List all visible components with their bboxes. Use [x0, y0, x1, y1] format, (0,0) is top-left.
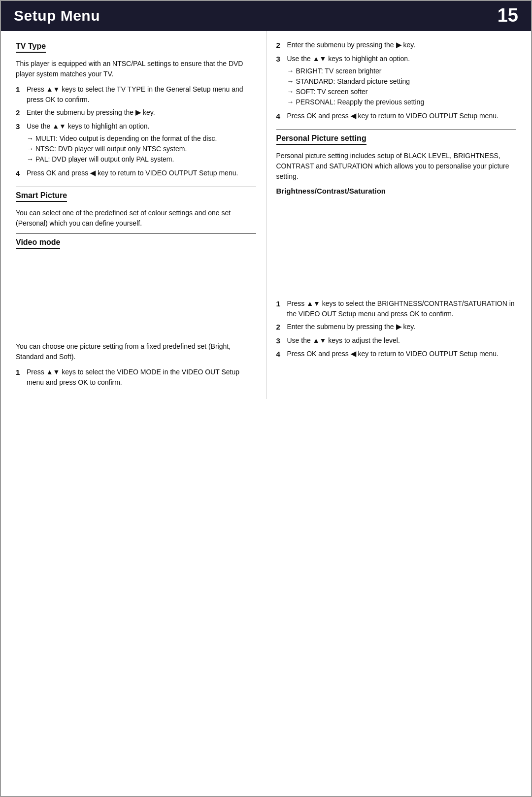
bullet-item: →SOFT: TV screen softer	[287, 87, 425, 97]
main-content: TV Type This player is equipped with an …	[0, 31, 532, 399]
page-title: Setup Menu	[14, 7, 100, 24]
brightness-subtitle-block: Brightness/Contrast/Saturation	[276, 187, 517, 195]
page: Setup Menu 15 TV Type This player is equ…	[0, 0, 532, 797]
video-mode-section: Video mode	[16, 238, 256, 253]
spacer2	[276, 195, 517, 299]
page-number: 15	[498, 5, 518, 26]
bullet-item: →STANDARD: Standard picture setting	[287, 76, 425, 87]
brightness-steps: 1 Press ▲▼ keys to select the BRIGHTNESS…	[276, 299, 517, 360]
video-mode-body: You can choose one picture setting from …	[16, 341, 256, 362]
step-item: 3 Use the ▲▼ keys to highlight an option…	[276, 54, 517, 108]
step-item: 1 Press ▲▼ keys to select the TV TYPE in…	[16, 84, 256, 105]
step-item: 4 Press OK and press ◀ key to return to …	[276, 349, 517, 360]
step-item: 2 Enter the submenu by pressing the ▶ ke…	[276, 322, 517, 333]
step-item: 3 Use the ▲▼ keys to highlight an option…	[16, 121, 256, 166]
left-column: TV Type This player is equipped with an …	[9, 31, 266, 399]
bullet-item: →PAL: DVD player will output only PAL sy…	[27, 154, 217, 165]
step-item: 2 Enter the submenu by pressing the ▶ ke…	[16, 107, 256, 119]
tv-type-title: TV Type	[16, 42, 46, 53]
bullet-item: →PERSONAL: Reapply the previous setting	[287, 97, 425, 107]
spacer	[16, 253, 256, 341]
page-header: Setup Menu 15	[0, 0, 532, 31]
option-bullets: →MULTI: Video output is depending on the…	[27, 133, 217, 165]
personal-picture-title: Personal Picture setting	[276, 134, 366, 145]
right-column: 2 Enter the submenu by pressing the ▶ ke…	[266, 31, 524, 399]
personal-picture-section: Personal Picture setting Personal pictur…	[276, 134, 517, 182]
tv-type-section: TV Type This player is equipped with an …	[16, 42, 256, 79]
video-mode-steps: 1 Press ▲▼ keys to select the VIDEO MODE…	[16, 367, 256, 388]
bullet-item: →NTSC: DVD player will output only NTSC …	[27, 144, 217, 154]
bullet-item: →MULTI: Video output is depending on the…	[27, 133, 217, 144]
step-item: 1 Press ▲▼ keys to select the BRIGHTNESS…	[276, 299, 517, 319]
tv-type-steps: 1 Press ▲▼ keys to select the TV TYPE in…	[16, 84, 256, 179]
smart-picture-title: Smart Picture	[16, 191, 67, 202]
personal-picture-body: Personal picture setting includes setup …	[276, 151, 517, 182]
bullet-item: →BRIGHT: TV screen brighter	[287, 66, 425, 76]
step-item: 4 Press OK and press ◀ key to return to …	[16, 168, 256, 179]
tv-type-body: This player is equipped with an NTSC/PAL…	[16, 59, 256, 79]
right-top-steps: 2 Enter the submenu by pressing the ▶ ke…	[276, 40, 517, 122]
video-mode-title: Video mode	[16, 238, 60, 249]
step-item: 3 Use the ▲▼ keys to adjust the level.	[276, 335, 517, 347]
smart-picture-section: Smart Picture You can select one of the …	[16, 191, 256, 229]
option-bullets: →BRIGHT: TV screen brighter →STANDARD: S…	[287, 66, 425, 107]
step-item: 2 Enter the submenu by pressing the ▶ ke…	[276, 40, 517, 51]
brightness-subtitle: Brightness/Contrast/Saturation	[276, 187, 386, 195]
smart-picture-body: You can select one of the predefined set…	[16, 208, 256, 229]
step-item: 4 Press OK and press ◀ key to return to …	[276, 111, 517, 122]
step-item: 1 Press ▲▼ keys to select the VIDEO MODE…	[16, 367, 256, 388]
